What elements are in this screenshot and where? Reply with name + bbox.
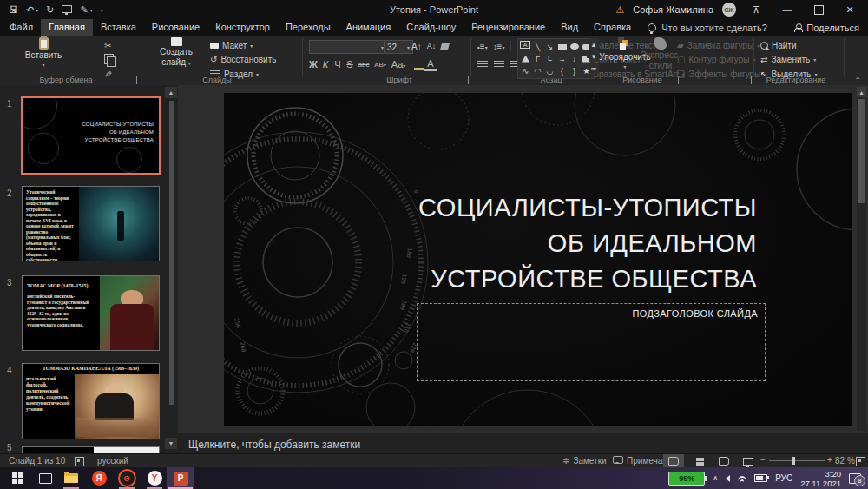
shapes-gallery[interactable]: A ╲ ↘ Г Г → ↓ ∿ ◠ ◡ { } ★ (517, 38, 595, 79)
font-dialog-launcher[interactable] (460, 76, 469, 84)
tab-design[interactable]: Конструктор (207, 19, 278, 36)
notes-pane[interactable]: Щелкните, чтобы добавить заметки (178, 433, 868, 454)
maximize-button[interactable] (807, 0, 830, 19)
replace-button[interactable]: ⇄Заменить▾ (760, 53, 816, 65)
shape-scribble-icon[interactable]: ∿ (520, 65, 531, 76)
zoom-slider-thumb[interactable] (792, 457, 795, 465)
zoom-level[interactable]: 82 % (835, 456, 855, 466)
grow-font-icon[interactable]: А↑ (411, 42, 422, 51)
tab-insert[interactable]: Вставка (93, 19, 144, 36)
yandex-app-button[interactable]: Я (85, 467, 113, 489)
file-explorer-button[interactable] (57, 467, 85, 489)
zoom-slider[interactable] (769, 460, 825, 461)
slide-thumbnail-3[interactable]: ТОМАС МОР (1478–1535) английский писател… (22, 275, 160, 351)
yandex-browser-button[interactable]: Y (141, 467, 168, 489)
task-view-button[interactable] (31, 467, 59, 489)
canvas-scrollbar[interactable]: ▲ (857, 87, 866, 431)
thumbnail-scroll-up-icon[interactable]: ▲ (165, 87, 177, 98)
warning-icon[interactable]: ⚠ (615, 4, 624, 16)
underline-button[interactable]: Ч (332, 59, 344, 69)
slide-thumbnail-2[interactable]: Утопический социализм – теория обществен… (22, 186, 160, 261)
shape-oval-icon[interactable] (569, 41, 580, 52)
highlight-color-button[interactable] (414, 59, 424, 70)
reading-view-button[interactable] (713, 454, 734, 468)
start-button[interactable] (3, 467, 31, 489)
shape-arc-icon[interactable]: ◠ (532, 65, 543, 76)
avatar[interactable]: СЖ (722, 3, 736, 17)
account-name[interactable]: Софья Жамилина (633, 4, 713, 15)
gallery-down-icon[interactable]: ▾ (589, 50, 599, 62)
font-name-combobox[interactable]: ▾ (309, 40, 387, 54)
slide-thumbnail-1[interactable]: СОЦИАЛИСТЫ-УТОПИСТЫ ОБ ИДЕАЛЬНОМ УСТРОЙС… (21, 96, 161, 175)
tab-slideshow[interactable]: Слайд-шоу (398, 19, 464, 36)
slideshow-view-button[interactable] (738, 454, 759, 468)
bold-button[interactable]: Ж (307, 59, 319, 69)
collapse-ribbon-icon[interactable]: ⌃ (854, 74, 861, 86)
battery-icon[interactable] (754, 474, 767, 482)
zoom-in-button[interactable]: + (827, 455, 832, 465)
align-center-icon[interactable] (494, 61, 504, 69)
font-size-combobox[interactable]: 32▾ (384, 40, 413, 54)
align-left-icon[interactable] (477, 61, 488, 69)
notes-toggle[interactable]: ≑Заметки (562, 456, 607, 466)
shape-textbox-icon[interactable]: A (520, 41, 530, 49)
slide-position[interactable]: Слайд 1 из 10 (9, 456, 65, 466)
shape-fill-button[interactable]: ▰Заливка фигуры▾ (677, 39, 760, 51)
close-button[interactable]: ✕ (838, 0, 861, 19)
tab-draw[interactable]: Рисование (144, 19, 207, 36)
italic-button[interactable]: К (319, 59, 332, 69)
notes-placeholder[interactable]: Щелкните, чтобы добавить заметки (188, 439, 360, 451)
reset-button[interactable]: ↺Восстановить (210, 53, 276, 65)
new-slide-button[interactable]: Создать слайд ▾ (149, 37, 203, 69)
slide-sorter-view-button[interactable] (689, 454, 710, 468)
bullets-button[interactable]: •≡▾ (477, 42, 488, 51)
numbering-button[interactable]: 1≡▾ (494, 42, 505, 51)
tell-me-box[interactable]: Что вы хотите сделать? (648, 23, 767, 33)
shapes-gallery-scroll[interactable]: ▴ ▾ ≂ (589, 38, 599, 74)
canvas-scrollbar-thumb[interactable] (858, 99, 865, 203)
shape-arrow-line-icon[interactable]: ↘ (544, 41, 556, 52)
shape-outline-button[interactable]: ▢Контур фигуры▾ (677, 53, 755, 65)
thumbnail-scrollbar-thumb[interactable] (169, 101, 174, 405)
tab-transitions[interactable]: Переходы (278, 19, 339, 36)
tab-view[interactable]: Вид (553, 19, 586, 36)
zoom-out-button[interactable]: − (760, 455, 766, 465)
layout-button[interactable]: Макет▾ (210, 39, 253, 51)
language-indicator[interactable]: русский (97, 456, 128, 466)
origin-app-button[interactable]: ʘ (113, 467, 141, 489)
find-button[interactable]: Найти (760, 39, 797, 51)
undo-button[interactable]: ↶▾ (26, 4, 38, 16)
strikethrough-abc-icon[interactable]: abc (356, 61, 372, 69)
tab-review[interactable]: Рецензирование (464, 19, 553, 36)
quick-styles-button[interactable]: Экспресс-стили (641, 37, 681, 70)
share-button[interactable]: Поделиться (794, 23, 859, 33)
clear-formatting-icon[interactable] (440, 43, 450, 50)
character-spacing-button[interactable]: АВ▾ (372, 61, 389, 69)
tab-help[interactable]: Справка (586, 19, 639, 36)
shape-elbow-arrow-icon[interactable]: Г (544, 53, 556, 64)
touch-mode-button[interactable]: ✎▾ (80, 4, 92, 16)
subtitle-placeholder[interactable]: ПОДЗАГОЛОВОК СЛАЙДА (417, 303, 766, 381)
keyboard-language[interactable]: РУС (775, 473, 792, 483)
speaker-icon[interactable] (726, 475, 730, 482)
minimize-button[interactable]: — (776, 0, 799, 19)
font-color-button[interactable]: А (424, 58, 437, 71)
shape-rectangle-icon[interactable] (556, 41, 568, 52)
clock[interactable]: 3:20 27.11.2021 (800, 469, 841, 488)
slide-title[interactable]: СОЦИАЛИСТЫ-УТОПИСТЫ ОБ ИДЕАЛЬНОМ УСТРОЙС… (271, 190, 757, 297)
start-slideshow-icon[interactable] (62, 4, 72, 15)
shape-triangle-icon[interactable] (520, 53, 531, 64)
canvas-scroll-up-icon[interactable]: ▲ (857, 87, 866, 97)
powerpoint-taskbar-button[interactable]: P (167, 467, 194, 489)
ribbon-display-options-icon[interactable]: ⊼ (745, 0, 767, 19)
shape-elbow-connector-icon[interactable]: Г (532, 53, 543, 64)
drawing-dialog-launcher[interactable] (743, 76, 752, 84)
save-icon[interactable]: 🖫 (9, 4, 18, 15)
battery-widget[interactable]: 95% (668, 472, 705, 486)
shape-arrow-right-icon[interactable]: → (556, 53, 568, 64)
paste-button[interactable]: Вставить▾ (16, 37, 71, 70)
shape-arrow-down-icon[interactable]: ↓ (569, 53, 580, 64)
shape-left-brace-icon[interactable]: { (556, 65, 568, 76)
normal-view-button[interactable] (663, 454, 684, 468)
tab-animations[interactable]: Анимация (339, 19, 399, 36)
